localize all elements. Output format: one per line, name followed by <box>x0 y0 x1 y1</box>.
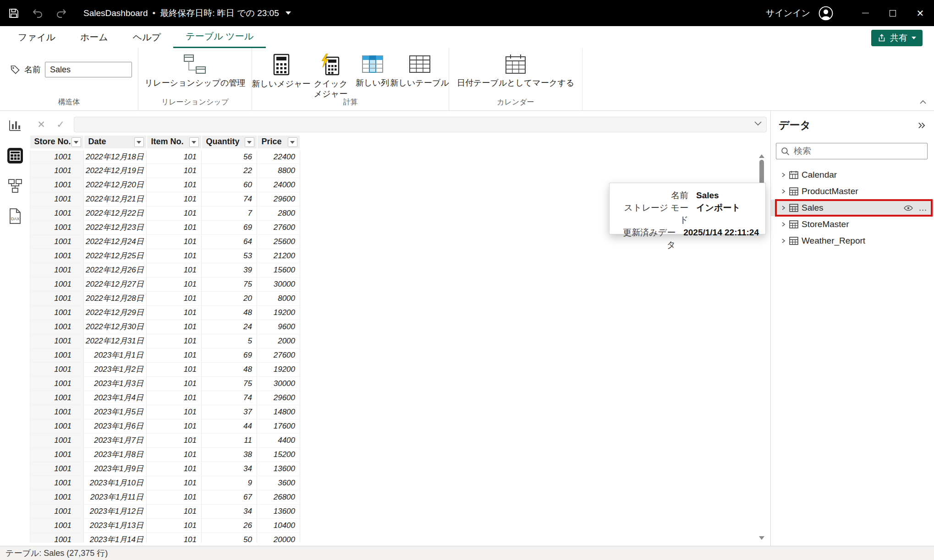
table-cell[interactable]: 9 <box>202 476 257 490</box>
table-cell[interactable]: 15200 <box>257 447 300 462</box>
table-cell[interactable]: 1001 <box>30 533 84 543</box>
table-cell[interactable]: 27600 <box>257 348 300 362</box>
table-cell[interactable]: 101 <box>147 149 202 163</box>
visibility-eye-icon[interactable] <box>904 205 913 211</box>
table-cell[interactable]: 30000 <box>257 376 300 391</box>
table-cell[interactable]: 2023年1月11日 <box>84 490 147 504</box>
table-cell[interactable]: 1001 <box>30 433 84 447</box>
table-cell[interactable]: 1001 <box>30 391 84 405</box>
column-header-price[interactable]: Price <box>257 136 300 149</box>
table-cell[interactable]: 101 <box>147 376 202 391</box>
table-cell[interactable]: 26 <box>202 518 257 533</box>
table-cell[interactable]: 2023年1月9日 <box>84 462 147 476</box>
table-cell[interactable]: 60 <box>202 178 257 192</box>
table-cell[interactable]: 29600 <box>257 391 300 405</box>
table-cell[interactable]: 75 <box>202 277 257 291</box>
field-item-storemaster[interactable]: StoreMaster <box>771 216 934 233</box>
table-cell[interactable]: 1001 <box>30 305 84 320</box>
table-cell[interactable]: 2023年1月2日 <box>84 362 147 376</box>
table-cell[interactable]: 101 <box>147 348 202 362</box>
undo-button[interactable] <box>27 3 48 23</box>
table-cell[interactable]: 1001 <box>30 263 84 277</box>
table-cell[interactable]: 20000 <box>257 533 300 543</box>
table-cell[interactable]: 2023年1月12日 <box>84 504 147 518</box>
report-view-button[interactable] <box>6 116 24 135</box>
column-header-quantity[interactable]: Quantity <box>202 136 257 149</box>
table-cell[interactable]: 19200 <box>257 305 300 320</box>
table-cell[interactable]: 24000 <box>257 178 300 192</box>
table-cell[interactable]: 101 <box>147 391 202 405</box>
table-cell[interactable]: 1001 <box>30 291 84 305</box>
table-cell[interactable]: 67 <box>202 490 257 504</box>
table-cell[interactable]: 1001 <box>30 490 84 504</box>
filter-button[interactable] <box>189 137 199 147</box>
table-cell[interactable]: 1001 <box>30 220 84 234</box>
table-cell[interactable]: 101 <box>147 504 202 518</box>
data-view-button[interactable] <box>6 147 24 165</box>
scroll-up-icon[interactable] <box>759 154 764 158</box>
table-cell[interactable]: 48 <box>202 305 257 320</box>
table-cell[interactable]: 1001 <box>30 362 84 376</box>
table-cell[interactable]: 101 <box>147 518 202 533</box>
table-cell[interactable]: 64 <box>202 234 257 249</box>
table-cell[interactable]: 2022年12月20日 <box>84 178 147 192</box>
table-cell[interactable]: 2022年12月21日 <box>84 192 147 206</box>
filter-button[interactable] <box>71 137 81 147</box>
table-cell[interactable]: 13600 <box>257 462 300 476</box>
table-cell[interactable]: 2023年1月5日 <box>84 405 147 419</box>
table-cell[interactable]: 2022年12月18日 <box>84 149 147 163</box>
table-cell[interactable]: 1001 <box>30 334 84 348</box>
collapse-panel-button[interactable] <box>918 122 926 129</box>
table-cell[interactable]: 1001 <box>30 249 84 263</box>
table-cell[interactable]: 22400 <box>257 149 300 163</box>
table-cell[interactable]: 38 <box>202 447 257 462</box>
table-cell[interactable]: 101 <box>147 192 202 206</box>
table-cell[interactable]: 15600 <box>257 263 300 277</box>
table-cell[interactable]: 1001 <box>30 447 84 462</box>
table-cell[interactable]: 2022年12月25日 <box>84 249 147 263</box>
table-cell[interactable]: 1001 <box>30 206 84 220</box>
table-cell[interactable]: 74 <box>202 192 257 206</box>
cancel-formula-icon[interactable]: ✕ <box>35 119 47 130</box>
table-cell[interactable]: 1001 <box>30 149 84 163</box>
column-header-store-no[interactable]: Store No. <box>30 136 84 149</box>
sign-in-link[interactable]: サインイン <box>766 7 810 19</box>
table-cell[interactable]: 1001 <box>30 192 84 206</box>
table-cell[interactable]: 101 <box>147 220 202 234</box>
table-cell[interactable]: 74 <box>202 391 257 405</box>
table-cell[interactable]: 101 <box>147 447 202 462</box>
table-cell[interactable]: 34 <box>202 504 257 518</box>
field-item-weather-report[interactable]: Weather_Report <box>771 233 934 249</box>
table-cell[interactable]: 34 <box>202 462 257 476</box>
document-title[interactable]: SalesDashboard • 最終保存日時: 昨日 での 23:05 <box>83 7 291 19</box>
table-cell[interactable]: 1001 <box>30 163 84 178</box>
filter-button[interactable] <box>134 137 144 147</box>
table-cell[interactable]: 1001 <box>30 178 84 192</box>
table-cell[interactable]: 1001 <box>30 462 84 476</box>
table-cell[interactable]: 17600 <box>257 419 300 433</box>
table-cell[interactable]: 1001 <box>30 405 84 419</box>
table-cell[interactable]: 101 <box>147 533 202 543</box>
table-cell[interactable]: 2022年12月19日 <box>84 163 147 178</box>
table-cell[interactable]: 1001 <box>30 518 84 533</box>
table-cell[interactable]: 2023年1月14日 <box>84 533 147 543</box>
more-options-icon[interactable]: … <box>918 203 928 213</box>
expand-formula-icon[interactable] <box>754 121 762 126</box>
table-cell[interactable]: 101 <box>147 206 202 220</box>
table-cell[interactable]: 75 <box>202 376 257 391</box>
table-cell[interactable]: 7 <box>202 206 257 220</box>
table-cell[interactable]: 48 <box>202 362 257 376</box>
table-cell[interactable]: 101 <box>147 419 202 433</box>
search-box[interactable] <box>776 143 928 159</box>
table-cell[interactable]: 101 <box>147 362 202 376</box>
account-avatar[interactable] <box>819 6 833 21</box>
filter-button[interactable] <box>245 137 254 147</box>
field-item-sales[interactable]: Sales … <box>771 200 934 216</box>
filter-button[interactable] <box>288 137 297 147</box>
table-cell[interactable]: 101 <box>147 334 202 348</box>
table-name-input[interactable] <box>45 62 132 77</box>
table-cell[interactable]: 14800 <box>257 405 300 419</box>
table-cell[interactable]: 2022年12月30日 <box>84 320 147 334</box>
field-item-calendar[interactable]: Calendar <box>771 167 934 183</box>
table-cell[interactable]: 101 <box>147 433 202 447</box>
